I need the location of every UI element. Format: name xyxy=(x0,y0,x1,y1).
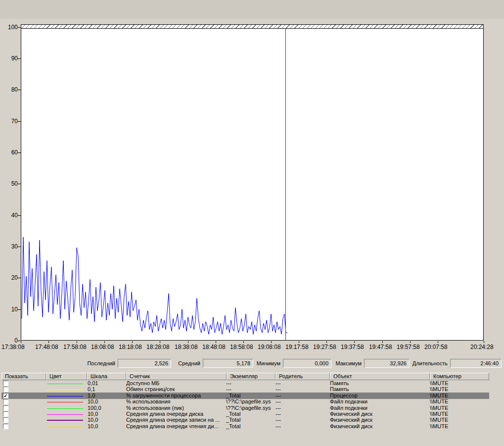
object-cell: Файл подкачки xyxy=(330,405,428,411)
table-row[interactable]: 0,01Доступно МБ------Память\\MUTE xyxy=(1,380,489,387)
window-top-area xyxy=(0,0,504,19)
col-header-instance[interactable]: Экземпляр xyxy=(227,373,275,380)
y-axis-label: 90 xyxy=(1,55,18,62)
x-axis-label: 20:07:58 xyxy=(424,344,448,350)
chart-plot-area xyxy=(21,24,484,341)
computer-cell: \\MUTE xyxy=(430,417,488,423)
y-axis-label: 60 xyxy=(1,149,18,156)
x-axis-tick xyxy=(21,341,21,343)
counter-cell: Средняя длина очереди записи на ... xyxy=(126,417,225,423)
show-counter-checkbox[interactable] xyxy=(3,417,8,423)
x-axis-label: 19:37:58 xyxy=(341,344,364,350)
x-axis-tick xyxy=(132,341,133,343)
counter-cell: % использования (пик) xyxy=(126,405,225,411)
x-axis-tick xyxy=(77,341,77,343)
parent-cell: --- xyxy=(275,380,328,387)
scale-cell: 10,0 xyxy=(88,423,125,430)
show-counter-checkbox[interactable] xyxy=(3,405,8,411)
counter-cell: Обмен страниц/сек xyxy=(126,386,225,393)
x-axis-tick xyxy=(48,341,49,343)
parent-cell: --- xyxy=(275,386,328,393)
scale-cell: 0,01 xyxy=(88,380,125,387)
instance-cell: _Total xyxy=(226,393,274,399)
col-header-counter[interactable]: Счетчик xyxy=(126,373,227,380)
col-header-show[interactable]: Показать xyxy=(1,373,46,380)
instance-cell: _Total xyxy=(226,411,274,417)
show-counter-checkbox[interactable] xyxy=(3,387,8,392)
y-axis-label: 30 xyxy=(1,244,18,250)
counter-color-swatch xyxy=(47,384,83,384)
stat-average-label: Средний xyxy=(163,360,200,366)
counter-color-swatch xyxy=(47,427,83,427)
x-axis-label: 17:38:08 xyxy=(1,344,25,350)
y-axis-label: 20 xyxy=(1,275,18,281)
stat-maximum-value: 32,926 xyxy=(364,359,410,368)
table-row[interactable]: 100,0% использования (пик)\??\C:\pagefil… xyxy=(1,405,489,411)
instance-cell: _Total xyxy=(226,423,274,430)
col-header-parent[interactable]: Родитель xyxy=(275,373,330,380)
col-header-object[interactable]: Объект xyxy=(330,373,430,380)
scale-cell: 100,0 xyxy=(88,405,125,411)
stat-duration-label: Длительность xyxy=(410,360,448,366)
counter-color-swatch xyxy=(47,402,83,402)
cpu-usage-line-series xyxy=(21,24,484,341)
counter-cell: % использования xyxy=(126,398,225,405)
instance-cell: \??\C:\pagefile.sys xyxy=(226,398,274,405)
counter-cell: Доступно МБ xyxy=(126,380,225,387)
x-axis-tick xyxy=(382,341,383,343)
col-header-color[interactable]: Цвет xyxy=(46,373,87,380)
scale-cell: 10,0 xyxy=(88,417,125,423)
y-axis-label: 40 xyxy=(1,212,18,219)
y-axis-label: 80 xyxy=(1,87,18,93)
counter-color-swatch xyxy=(47,390,83,390)
instance-cell: \??\C:\pagefile.sys xyxy=(226,405,274,411)
x-axis-label: 18:48:08 xyxy=(202,344,226,350)
table-row[interactable]: 10,0Средняя длина очереди диска_Total---… xyxy=(1,411,489,417)
stat-duration-value: 2:46:40 xyxy=(450,359,502,368)
show-counter-checkbox[interactable] xyxy=(3,411,8,417)
computer-cell: \\MUTE xyxy=(430,386,488,393)
show-counter-checkbox[interactable] xyxy=(3,424,8,429)
counter-color-swatch xyxy=(47,420,83,421)
parent-cell: --- xyxy=(275,417,328,423)
stat-last-label: Последний xyxy=(73,360,115,366)
computer-cell: \\MUTE xyxy=(430,411,488,417)
scale-cell: 1,0 xyxy=(88,393,125,399)
show-counter-checkbox[interactable]: ✓ xyxy=(3,393,8,398)
object-cell: Память xyxy=(330,380,428,387)
x-axis-tick xyxy=(438,341,438,343)
counter-color-swatch xyxy=(47,414,83,415)
table-row[interactable]: 10,0Средняя длина очереди записи на ..._… xyxy=(1,417,489,423)
x-axis-label: 18:28:08 xyxy=(146,344,170,350)
x-axis-label: 19:08:08 xyxy=(258,344,281,350)
x-axis-label: 18:18:08 xyxy=(119,344,142,350)
object-cell: Процессор xyxy=(330,393,428,399)
show-counter-checkbox[interactable] xyxy=(3,381,8,386)
table-row[interactable]: 10,0Средняя длина очереди чтения ди..._T… xyxy=(1,423,489,430)
scale-cell: 10,0 xyxy=(88,411,125,417)
show-counter-checkbox[interactable] xyxy=(3,399,8,404)
performance-monitor-window: 0102030405060708090100 17:38:0817:48:081… xyxy=(0,0,504,446)
col-header-computer[interactable]: Компьютер xyxy=(430,373,489,380)
table-row[interactable]: ✓1,0% загруженности процессора_Total---П… xyxy=(1,393,489,399)
counter-color-swatch xyxy=(47,408,83,409)
x-axis-label: 18:08:08 xyxy=(91,344,114,350)
x-axis-label: 17:48:08 xyxy=(35,344,58,350)
counter-cell: Средняя длина очереди чтения ди... xyxy=(126,423,225,430)
computer-cell: \\MUTE xyxy=(430,398,488,405)
parent-cell: --- xyxy=(275,423,328,430)
x-axis-tick xyxy=(299,341,299,343)
table-row[interactable]: 0,1Обмен страниц/сек------Память\\MUTE xyxy=(1,386,489,393)
instance-cell: --- xyxy=(226,380,274,387)
x-axis-label: 19:57:58 xyxy=(397,344,420,350)
y-axis-label: 50 xyxy=(1,181,18,187)
x-axis-tick xyxy=(271,341,272,343)
object-cell: Физический диск xyxy=(330,411,428,417)
x-axis-tick xyxy=(484,341,484,343)
y-axis-label: 70 xyxy=(1,118,18,125)
col-header-scale[interactable]: Шкала xyxy=(87,373,126,380)
x-axis-label: 19:47:58 xyxy=(369,344,392,350)
table-row[interactable]: 10,0% использования\??\C:\pagefile.sys--… xyxy=(1,398,489,405)
computer-cell: \\MUTE xyxy=(430,423,488,430)
x-axis-label: 20:24:28 xyxy=(470,344,494,350)
